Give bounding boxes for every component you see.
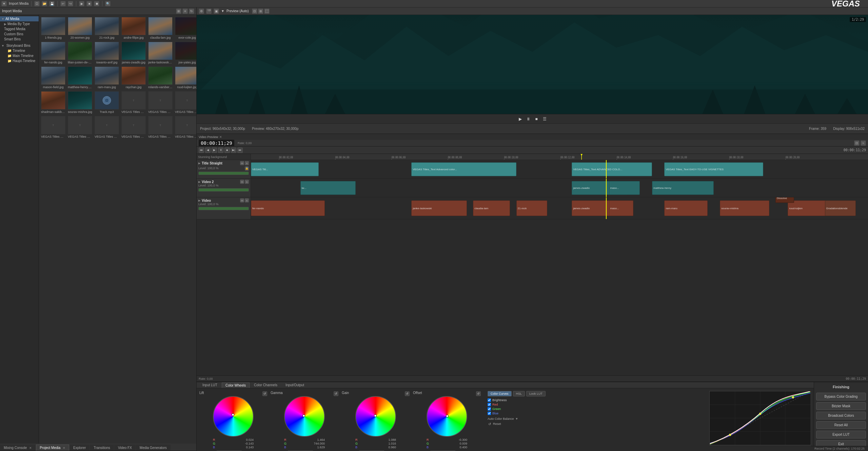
- clip[interactable]: matthew-henry: [652, 181, 714, 195]
- media-item[interactable]: shadman-sakib.jpg: [40, 91, 66, 114]
- tree-tagged-media[interactable]: Tagged Media: [0, 26, 39, 32]
- preview-snap-btn[interactable]: ⊡: [252, 8, 257, 14]
- preview-stop-btn[interactable]: ■: [533, 116, 539, 122]
- media-item[interactable]: evor-cole.jpg: [174, 16, 196, 40]
- media-item[interactable]: T VEGAS Titles & Text ADVANCED COLO...: [40, 115, 66, 139]
- color-tab-wheels[interactable]: Color Wheels: [222, 383, 250, 388]
- tl-next-frame-btn[interactable]: ▶|: [231, 148, 236, 153]
- media-item[interactable]: 20-women.jpg: [67, 16, 93, 40]
- tab-project-media[interactable]: Project Media ✕: [36, 445, 69, 451]
- media-item[interactable]: T VEGAS Titles & Text DISCOVER CREATI...: [174, 115, 196, 139]
- media-item[interactable]: sourav-mishra.jpg: [67, 91, 93, 114]
- media-item[interactable]: 21-rock.jpg: [94, 16, 120, 40]
- tab-mixing-console[interactable]: Mixing Console ✕: [0, 445, 36, 451]
- checkbox-green[interactable]: [488, 407, 491, 411]
- media-item[interactable]: janke-laskowski.jpg: [147, 41, 173, 65]
- reset-all-btn[interactable]: Reset All: [816, 421, 866, 429]
- media-list-btn[interactable]: ≡: [182, 8, 188, 14]
- checkbox-red[interactable]: [488, 403, 491, 406]
- track-mute-btn[interactable]: m: [240, 161, 244, 165]
- curves-tab-hsl[interactable]: HSL: [513, 391, 525, 396]
- clip[interactable]: VEGAS Titles_Text EASY-TO-USE VIGNETTES: [664, 162, 763, 176]
- lift-dot[interactable]: [232, 413, 234, 416]
- clip[interactable]: VEGAS Titles_Text ADVANCED COLO...: [572, 162, 652, 176]
- media-item[interactable]: Track.mp3: [94, 91, 120, 114]
- clip-maso[interactable]: maso...: [609, 200, 634, 216]
- tab-explorer[interactable]: Explorer: [70, 445, 90, 451]
- track-solo-btn-3[interactable]: s: [245, 198, 249, 202]
- open-btn[interactable]: 📂: [42, 1, 47, 6]
- tl-prev-frame-btn[interactable]: ◀: [205, 148, 211, 153]
- tree-haupt-timeline[interactable]: 📁Haupt-Timeline: [0, 58, 39, 63]
- media-view-btn[interactable]: ⊞: [176, 8, 181, 14]
- media-item[interactable]: ruud-luijten.jpg: [174, 66, 196, 90]
- media-item[interactable]: T VEGAS Titles & Text DIRECT UPLOAD TO: [121, 115, 146, 139]
- preview-grid-btn[interactable]: ⊞: [258, 8, 263, 14]
- preview-mode-btn[interactable]: ▣: [214, 8, 219, 14]
- new-btn[interactable]: 🗋: [34, 1, 40, 6]
- tab-media-generators[interactable]: Media Generators: [136, 445, 171, 451]
- media-item[interactable]: mason-field.jpg: [40, 66, 66, 90]
- export-lut-btn[interactable]: Export LUT: [816, 431, 866, 438]
- media-item[interactable]: T VEGAS Titles & Text BEAUTIFUL VIGNE...: [67, 115, 93, 139]
- checkbox-brightness[interactable]: [488, 398, 491, 402]
- clip-rock[interactable]: 21-rock: [516, 200, 547, 216]
- curves-tab-color[interactable]: Color Curves: [488, 391, 512, 396]
- clip-ram[interactable]: ram-maru: [664, 200, 707, 216]
- media-item[interactable]: andre-filipe.jpg: [121, 16, 146, 40]
- preview-pause-btn[interactable]: ⏸: [525, 116, 531, 122]
- tree-smart-bins[interactable]: Smart Bins: [0, 37, 39, 42]
- media-item[interactable]: matthew-henry.jpg: [67, 66, 93, 90]
- checkbox-blue[interactable]: [488, 412, 491, 415]
- media-item[interactable]: T VEGAS Titles & Text 42: [121, 91, 146, 114]
- media-item[interactable]: rolands-varsbergs.jpg: [147, 66, 173, 90]
- media-item[interactable]: lilian-justen-de-vasco ncellos.jpg: [67, 41, 93, 65]
- play-btn[interactable]: ▶: [79, 1, 84, 6]
- save-btn[interactable]: 💾: [49, 1, 55, 6]
- tab-close-mixing[interactable]: ✕: [29, 446, 32, 450]
- tl-play-btn[interactable]: ▶: [212, 148, 217, 153]
- tab-transitions[interactable]: Transitions: [90, 445, 114, 451]
- tab-close-project[interactable]: ✕: [63, 446, 65, 450]
- media-item[interactable]: T VEGAS Titles & Text 43: [147, 91, 173, 114]
- redo-btn[interactable]: ↪: [68, 1, 73, 6]
- bezier-mask-btn[interactable]: Bézier Mask: [816, 402, 866, 410]
- tl-ffwd-btn[interactable]: ⏭: [237, 148, 243, 153]
- tl-rewind-btn[interactable]: ⏮: [199, 148, 204, 153]
- clip[interactable]: iw...: [300, 181, 356, 195]
- track-volume-slider[interactable]: [198, 172, 249, 175]
- tree-main-timeline[interactable]: 📁Main Timeline: [0, 53, 39, 58]
- media-item[interactable]: T VEGAS Titles & Text 45: [174, 91, 196, 114]
- preview-fullscreen-btn[interactable]: ⛶: [264, 8, 270, 14]
- track-volume-slider-3[interactable]: [198, 207, 249, 210]
- tl-pause-btn[interactable]: ⏸: [218, 148, 223, 153]
- media-item[interactable]: james-zwadlo.jpg: [121, 41, 146, 65]
- clip-claudia[interactable]: claudia-lam: [473, 200, 510, 216]
- preview-menu-btn[interactable]: ☰: [541, 116, 548, 122]
- clip-dissolve[interactable]: Dissolve: [775, 197, 794, 203]
- track-mute-btn-2[interactable]: m: [240, 180, 244, 184]
- clip-fer-nando[interactable]: fer-nando: [251, 200, 325, 216]
- reset-icon[interactable]: ↺: [488, 422, 492, 426]
- clip-sourav[interactable]: sourav-mishra: [720, 200, 769, 216]
- media-item[interactable]: 1-friends.jpg: [40, 16, 66, 40]
- record-btn[interactable]: ⏺: [94, 1, 99, 6]
- track-volume-slider-2[interactable]: [198, 188, 249, 192]
- auto-color-dropdown[interactable]: ▼: [515, 417, 518, 420]
- clip[interactable]: maso...: [609, 181, 640, 195]
- clip[interactable]: VEGAS Titles_Text Advanced color...: [411, 162, 516, 176]
- bypass-color-btn[interactable]: Bypass Color Grading: [816, 393, 866, 400]
- color-tab-input-output[interactable]: Input/Output: [282, 382, 308, 388]
- media-item[interactable]: iswanto-anif.jpg: [94, 41, 120, 65]
- offset-dot[interactable]: [446, 415, 449, 417]
- media-item[interactable]: T VEGAS Titles & Text CREATE YOUR O...: [94, 115, 120, 139]
- gamma-wheel[interactable]: [284, 396, 325, 437]
- tl-stop-btn[interactable]: ■: [224, 148, 230, 153]
- tree-media-by-type[interactable]: ▶Media By Type: [0, 21, 39, 26]
- timeline-auto-ripple-btn[interactable]: ≈: [861, 140, 866, 146]
- preview-play-btn[interactable]: ▶: [517, 116, 523, 122]
- lift-reset-btn[interactable]: ↺: [262, 391, 267, 396]
- gain-wheel[interactable]: [355, 396, 396, 437]
- reset-label[interactable]: Reset: [493, 422, 501, 426]
- gain-reset-btn[interactable]: ↺: [405, 391, 410, 396]
